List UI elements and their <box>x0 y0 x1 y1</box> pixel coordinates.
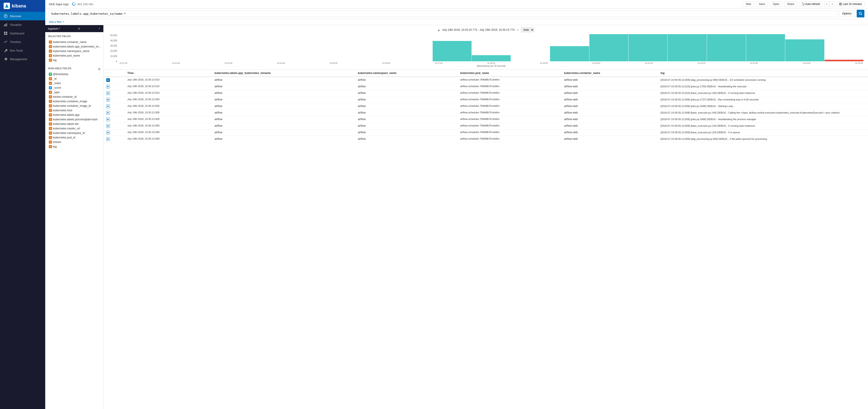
field-type-badge: t <box>49 95 52 98</box>
chart-bar[interactable] <box>707 34 746 61</box>
k8s-label-cell: airflow <box>212 123 355 129</box>
chart-bar[interactable] <box>825 60 864 61</box>
time-range-button[interactable]: Last 15 minutes <box>837 1 864 7</box>
available-field-item[interactable]: tstream <box>48 140 101 144</box>
gear-icon <box>4 57 8 61</box>
chart-bar[interactable] <box>433 41 471 61</box>
chart-auto-select[interactable]: Auto <box>521 27 534 32</box>
auto-refresh-label: Auto-refresh <box>805 2 820 6</box>
sidebar-item-management[interactable]: Management <box>0 55 45 63</box>
chart-x-label: 10:34:00 <box>802 62 810 64</box>
expand-row-button[interactable] <box>106 111 110 115</box>
expand-row-button[interactable]: ▼ <box>106 78 110 82</box>
log-cell: [2018-07-19 09:35:13,509] {jobs.py:1727}… <box>658 96 868 103</box>
available-field-item[interactable]: t_id <box>48 77 101 81</box>
next-time-button[interactable]: › <box>830 1 835 7</box>
time-cell: July 19th 2018, 10:35:13.508 <box>125 123 212 129</box>
selected-field-item[interactable]: tlog <box>48 58 101 62</box>
add-filter-button[interactable]: Add a filter + <box>49 20 64 24</box>
sidebar-item-visualize[interactable]: Visualize <box>0 20 45 29</box>
available-field-item[interactable]: ttag <box>48 144 101 149</box>
expand-row-button[interactable] <box>106 98 110 101</box>
expand-row-button[interactable] <box>106 91 110 95</box>
chart-collapse-icon[interactable]: ▲ <box>437 28 440 32</box>
available-field-item[interactable]: t_index <box>48 81 101 86</box>
close-index-icon[interactable]: ✕ <box>98 27 101 30</box>
available-field-item[interactable]: t_type <box>48 90 101 94</box>
table-header-log: log <box>658 70 868 77</box>
expand-cell <box>103 116 125 123</box>
chart-bar[interactable] <box>746 34 785 61</box>
auto-refresh-button[interactable]: Auto-refresh <box>799 1 823 7</box>
settings-icon[interactable]: ⚙ <box>78 27 80 30</box>
available-field-item[interactable]: #_score <box>48 86 101 90</box>
sidebar-item-devtools[interactable]: Dev Tools <box>0 46 45 55</box>
search-input[interactable] <box>49 10 837 17</box>
available-field-item[interactable]: tkubernetes.namespace_id <box>48 131 101 135</box>
expand-row-button[interactable] <box>106 85 110 88</box>
chart-x-label: 10:26:00 <box>382 62 390 64</box>
chart-bar[interactable] <box>472 55 511 61</box>
logo: kibana <box>0 0 45 12</box>
selected-field-item[interactable]: tkubernetes.pod_name <box>48 53 101 58</box>
available-field-item[interactable]: tkubernetes.host <box>48 108 101 113</box>
available-field-item[interactable]: tkubernetes.labels.pod-template-hash <box>48 117 101 122</box>
available-field-item[interactable]: tkubernetes.labels.tier <box>48 122 101 126</box>
sidebar-item-timelion[interactable]: Timelion <box>0 37 45 46</box>
expand-row-button[interactable] <box>106 105 110 108</box>
table-row: July 19th 2018, 10:35:13.509airflowairfl… <box>103 116 868 123</box>
options-button[interactable]: Options <box>839 10 855 17</box>
available-field-item[interactable]: tkubernetes.master_url <box>48 126 101 131</box>
expand-row-button[interactable] <box>106 118 110 121</box>
chart-bar[interactable] <box>589 34 628 61</box>
table-header-expand <box>103 70 125 77</box>
field-type-badge: t <box>49 59 52 62</box>
pod-cell: airflow-scheduler-784bf8b76-brb6m <box>458 136 561 143</box>
selected-fields-list: tkubernetes.container_nametkubernetes.la… <box>48 40 101 62</box>
k8s-label-cell: airflow <box>212 84 355 90</box>
sidebar-item-dashboard[interactable]: Dashboard <box>0 29 45 37</box>
table-header-time[interactable]: Time↓ <box>125 70 212 77</box>
available-field-item[interactable]: tkubernetes.container_image_id <box>48 104 101 108</box>
topbar: GKE Apps logs 401,165 hits New Save Open… <box>45 0 868 8</box>
expand-row-button[interactable] <box>106 131 110 135</box>
log-cell: [2018-07-19 09:35:13,508] {dag_processin… <box>658 136 868 143</box>
available-field-item[interactable]: ⏱@timestamp <box>48 72 101 77</box>
chart-bar[interactable] <box>628 34 668 61</box>
sidebar-item-discover[interactable]: Discover <box>0 12 45 20</box>
field-name: _type <box>53 91 100 94</box>
share-button[interactable]: Share <box>784 1 797 7</box>
search-button[interactable] <box>857 10 864 18</box>
prev-time-button[interactable]: ‹ <box>824 1 829 7</box>
expand-row-button[interactable] <box>106 124 110 128</box>
chart-x-label: 10:28:00 <box>487 62 495 64</box>
sidebar-item-devtools-label: Dev Tools <box>10 49 23 52</box>
available-field-item[interactable]: tkubernetes.labels.app <box>48 113 101 117</box>
k8s-label-cell: airflow <box>212 136 355 143</box>
sort-icon: ↓ <box>134 71 135 75</box>
table-header-k8s_label: kubernetes.labels.app_kubernetes_io/name <box>212 70 355 77</box>
chart-x-label: 10:33:00 <box>750 62 758 64</box>
log-table: Time↓kubernetes.labels.app_kubernetes_io… <box>103 70 868 143</box>
selected-field-item[interactable]: tkubernetes.namespace_name <box>48 49 101 53</box>
selected-field-item[interactable]: tkubernetes.container_name <box>48 40 101 44</box>
available-field-item[interactable]: tkubernetes.pod_id <box>48 135 101 140</box>
table-header-row: Time↓kubernetes.labels.app_kubernetes_io… <box>103 70 868 77</box>
table-row: July 19th 2018, 10:35:13.509airflowairfl… <box>103 103 868 110</box>
log-cell: [2018-07-19 09:35:13,509] {jobs.py:1648}… <box>658 103 868 110</box>
chevron-right-icon <box>107 106 109 107</box>
table-row: July 19th 2018, 10:35:13.508airflowairfl… <box>103 129 868 136</box>
new-button[interactable]: New <box>743 1 754 7</box>
save-button[interactable]: Save <box>756 1 768 7</box>
available-fields-settings-button[interactable]: ⚙ <box>98 67 101 71</box>
chart-bar[interactable] <box>668 34 707 61</box>
available-field-item[interactable]: tkubernetes.container_image <box>48 99 101 104</box>
chart-bar[interactable] <box>785 39 824 61</box>
pod-cell: airflow-scheduler-784bf8b76-brb6m <box>458 110 561 116</box>
available-field-item[interactable]: tdocker.container_id <box>48 94 101 99</box>
chart-bar[interactable] <box>550 46 589 61</box>
field-type-badge: t <box>49 54 52 57</box>
selected-field-item[interactable]: tkubernetes.labels.app_kubernetes_io/... <box>48 44 101 49</box>
expand-row-button[interactable] <box>106 137 110 141</box>
open-button[interactable]: Open <box>770 1 782 7</box>
